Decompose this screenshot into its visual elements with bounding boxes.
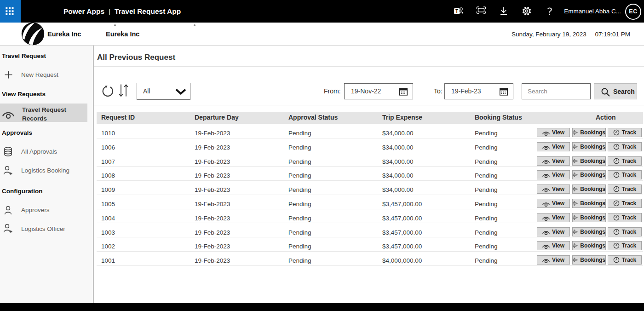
svg-text:T: T bbox=[455, 9, 458, 14]
